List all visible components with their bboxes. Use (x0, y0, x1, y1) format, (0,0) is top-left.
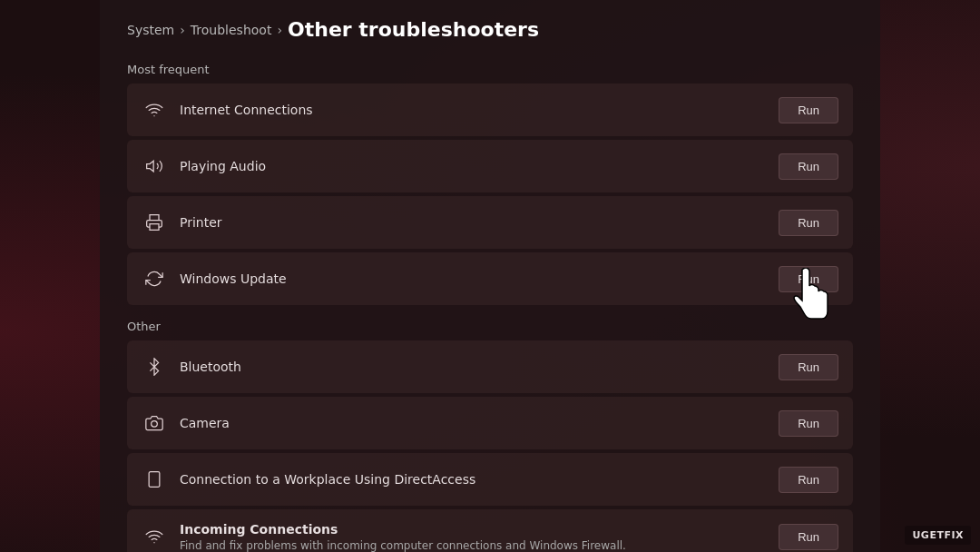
camera-icon (142, 410, 167, 436)
wifi-icon (142, 97, 167, 123)
section-other-label: Other (127, 320, 853, 333)
phone-icon (142, 467, 167, 492)
breadcrumb-troubleshoot[interactable]: Troubleshoot (191, 23, 272, 37)
item-name-windows-update: Windows Update (180, 271, 779, 286)
item-row-incoming: Incoming Connections Find and fix proble… (127, 509, 853, 552)
run-button-audio[interactable]: Run (779, 153, 838, 180)
wifi2-icon (142, 524, 167, 549)
svg-rect-3 (149, 472, 160, 488)
sep2: › (277, 23, 282, 37)
watermark-logo: UGETFIX (905, 526, 971, 545)
audio-icon (142, 153, 167, 179)
item-row-camera: Camera Run (127, 397, 853, 449)
breadcrumb-system[interactable]: System (127, 23, 174, 37)
item-name-printer: Printer (180, 215, 779, 230)
bluetooth-icon (142, 354, 167, 380)
item-name-audio: Playing Audio (180, 159, 779, 173)
breadcrumb: System › Troubleshoot › Other troublesho… (127, 18, 853, 41)
item-name-workplace: Connection to a Workplace Using DirectAc… (180, 472, 779, 487)
section-frequent-label: Most frequent (127, 63, 853, 76)
item-row-audio: Playing Audio Run (127, 140, 853, 192)
run-button-windows-update[interactable]: Run (779, 266, 838, 292)
item-row-internet: Internet Connections Run (127, 84, 853, 136)
item-name-internet: Internet Connections (180, 103, 779, 117)
breadcrumb-current: Other troubleshooters (288, 18, 539, 41)
refresh-icon (142, 266, 167, 291)
item-row-windows-update: Windows Update Run (127, 252, 853, 305)
item-row-printer: Printer Run (127, 196, 853, 249)
svg-rect-1 (150, 224, 159, 231)
run-button-incoming[interactable]: Run (779, 524, 838, 550)
svg-marker-0 (147, 161, 154, 172)
run-button-camera[interactable]: Run (779, 410, 838, 437)
item-name-bluetooth: Bluetooth (180, 360, 779, 374)
item-name-camera: Camera (180, 416, 779, 430)
run-button-internet[interactable]: Run (779, 97, 838, 123)
svg-point-2 (152, 421, 158, 428)
item-row-bluetooth: Bluetooth Run (127, 340, 853, 393)
printer-icon (142, 210, 167, 235)
sep1: › (180, 23, 185, 37)
run-button-workplace[interactable]: Run (779, 467, 838, 493)
run-button-bluetooth[interactable]: Run (779, 354, 838, 380)
item-name-incoming: Incoming Connections Find and fix proble… (180, 522, 779, 552)
run-button-printer[interactable]: Run (779, 210, 838, 236)
item-row-workplace: Connection to a Workplace Using DirectAc… (127, 453, 853, 506)
settings-panel: System › Troubleshoot › Other troublesho… (100, 0, 880, 552)
